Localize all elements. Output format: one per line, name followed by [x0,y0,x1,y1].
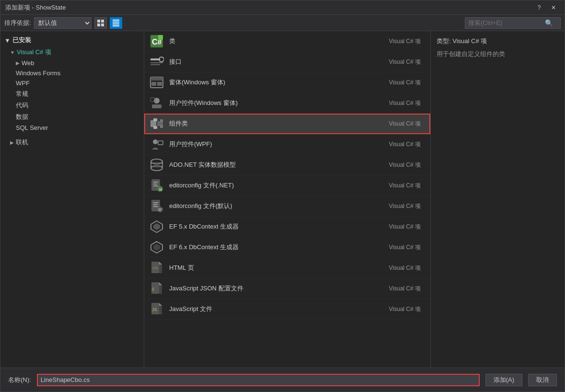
list-item-javascript[interactable]: JS JavaScript 文件 Visual C# 项 [144,299,430,320]
tree-item-data[interactable]: 数据 [0,111,144,123]
add-button[interactable]: 添加(A) [485,374,522,386]
interface-category: Visual C# 项 [389,58,426,66]
editorconfig-net-name: editorconfig 文件(.NET) [169,181,384,190]
usercontrol-wpf-name: 用户控件(WPF) [169,140,384,149]
installed-section[interactable]: ▼ 已安装 [0,34,144,46]
svg-rect-52 [159,285,162,294]
usercontrol-win-category: Visual C# 项 [389,99,426,107]
class-category: Visual C# 项 [389,37,426,46]
help-button[interactable]: ? [533,3,545,12]
close-button[interactable]: ✕ [547,3,560,12]
svg-point-28 [153,139,158,144]
javascript-category: Visual C# 项 [389,305,426,313]
window-name: 窗体(Windows 窗体) [169,78,384,87]
component-class-name: 组件类 [169,119,384,128]
class-name: 类 [169,37,384,46]
ado-net-category: Visual C# 项 [389,161,426,169]
usercontrol-wpf-category: Visual C# 项 [389,140,426,149]
title-bar-buttons: ? ✕ [533,3,560,12]
dialog-title: 添加新项 - ShowState [5,3,533,12]
svg-rect-17 [151,82,156,86]
cancel-button[interactable]: 取消 [528,374,557,386]
data-label: 数据 [16,113,28,121]
tree-item-web[interactable]: ▶ Web [0,58,144,68]
windows-forms-label: Windows Forms [16,69,60,77]
list-item-ado-net[interactable]: ADO.NET 实体数据模型 Visual C# 项 [144,155,430,175]
name-input[interactable] [37,374,480,386]
online-label: 联机 [16,138,28,147]
search-icon: 🔍 [545,19,553,27]
list-item-json[interactable]: {} JavaScript JSON 配置文件 Visual C# 项 [144,278,430,299]
add-new-item-dialog: 添加新项 - ShowState ? ✕ 排序依据: 默认值 🔍 [0,0,565,392]
search-box: 🔍 [465,17,561,29]
type-label: 类型: Visual C# 项 [437,37,559,46]
svg-rect-44 [153,206,158,207]
svg-rect-36 [153,182,158,183]
html-category: Visual C# 项 [389,264,426,272]
left-panel: ▼ 已安装 ▼ Visual C# 项 ▶ Web Windows Forms … [0,31,144,368]
svg-rect-16 [150,77,163,81]
list-item-window[interactable]: 窗体(Windows 窗体) Visual C# 项 [144,72,430,93]
installed-label: 已安装 [12,36,31,45]
ef6-name: EF 6.x DbContext 生成器 [169,243,384,252]
svg-text:</>: </> [152,266,158,270]
svg-text:JS: JS [152,307,157,312]
code-label: 代码 [16,101,28,110]
list-item-usercontrol-wpf[interactable]: 用户控件(WPF) Visual C# 项 [144,134,430,155]
list-item-usercontrol-win[interactable]: 用户控件(Windows 窗体) Visual C# 项 [144,93,430,114]
tree-item-code[interactable]: 代码 [0,100,144,111]
svg-text:{}: {} [152,287,154,291]
ado-net-name: ADO.NET 实体数据模型 [169,161,384,169]
svg-rect-46 [158,208,162,209]
svg-point-34 [151,162,162,167]
ef6-icon [149,240,164,255]
list-item-editorconfig-default[interactable]: editorconfig 文件(默认) Visual C# 项 [144,196,430,217]
usercontrol-win-icon [149,95,164,111]
window-category: Visual C# 项 [389,79,426,87]
svg-rect-38 [153,185,158,186]
description: 用于创建自定义组件的类 [437,49,559,59]
component-class-category: Visual C# 项 [389,120,426,128]
tree-item-visual-csharp[interactable]: ▼ Visual C# 项 [0,46,144,58]
list-item-editorconfig-net[interactable]: .N editorconfig 文件(.NET) Visual C# 项 [144,175,430,196]
list-item-interface[interactable]: 接口 Visual C# 项 [144,52,430,72]
tree-arrow-web: ▶ [16,60,20,66]
interface-name: 接口 [169,58,384,66]
ef6-category: Visual C# 项 [389,243,426,252]
grid-view-button[interactable] [94,17,107,29]
svg-rect-55 [159,306,162,314]
json-icon: {} [149,281,164,296]
tree-item-online[interactable]: ▶ 联机 [0,137,144,148]
tree-item-normal[interactable]: 常规 [0,88,144,100]
items-list: C# 类 Visual C# 项 [144,31,430,368]
svg-rect-1 [101,20,104,23]
tree-item-wpf[interactable]: WPF [0,78,144,88]
list-item-ef6[interactable]: EF 6.x DbContext 生成器 Visual C# 项 [144,237,430,258]
title-bar: 添加新项 - ShowState ? ✕ [0,0,565,15]
javascript-icon: JS [149,301,164,317]
json-category: Visual C# 项 [389,285,426,293]
interface-icon [149,54,164,69]
list-item-html[interactable]: </> HTML 页 Visual C# 项 [144,258,430,278]
list-item-component-class[interactable]: 组件类 Visual C# 项 [144,114,430,134]
list-item-class[interactable]: C# 类 Visual C# 项 [144,31,430,52]
svg-rect-13 [150,62,163,63]
sort-select[interactable]: 默认值 [34,17,92,29]
svg-rect-27 [160,125,163,128]
list-view-button[interactable] [110,17,122,29]
tree-item-sql-server[interactable]: SQL Server [0,123,144,133]
json-name: JavaScript JSON 配置文件 [169,284,384,293]
ado-net-icon [149,157,164,173]
ef5-name: EF 5.x DbContext 生成器 [169,222,384,231]
svg-rect-22 [150,120,156,127]
svg-rect-24 [153,126,157,129]
search-input[interactable] [468,19,545,26]
editorconfig-default-category: Visual C# 项 [389,202,426,210]
svg-rect-2 [97,23,100,26]
normal-label: 常规 [16,90,28,98]
tree-item-windows-forms[interactable]: Windows Forms [0,68,144,78]
sql-server-label: SQL Server [16,124,48,131]
toolbar: 排序依据: 默认值 🔍 [0,15,565,31]
component-class-icon [149,116,164,131]
list-item-ef5[interactable]: EF 5.x DbContext 生成器 Visual C# 项 [144,217,430,237]
